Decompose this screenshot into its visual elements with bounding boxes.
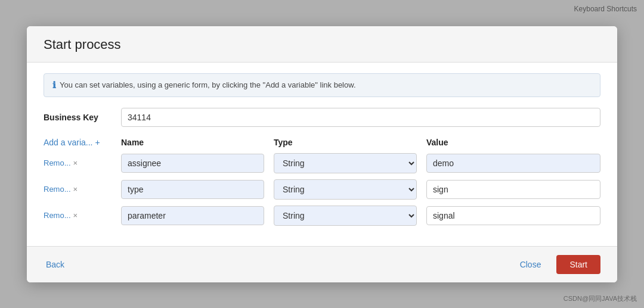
info-bar: ℹ You can set variables, using a generic… (44, 73, 600, 97)
variable-row: Remo... × String Integer Boolean Date Do… (44, 179, 600, 200)
dialog-header: Start process (27, 26, 617, 63)
remove-label-0: Remo... (44, 158, 71, 167)
remove-variable-0-button[interactable]: Remo... × (44, 158, 121, 167)
variable-row: Remo... × String Integer Boolean Date Do… (44, 206, 600, 226)
back-button[interactable]: Back (44, 255, 67, 274)
remove-label-1: Remo... (44, 185, 71, 194)
business-key-label: Business Key (44, 113, 121, 122)
variable-name-1-input[interactable] (121, 180, 264, 199)
variable-type-0-select[interactable]: String Integer Boolean Date Double Long … (274, 153, 417, 173)
dialog-footer: Back Close Start (27, 246, 617, 282)
variable-fields-1: String Integer Boolean Date Double Long … (121, 179, 600, 200)
col-type-header: Type (274, 138, 417, 147)
variable-name-0-input[interactable] (121, 154, 264, 173)
dialog-body: ℹ You can set variables, using a generic… (27, 63, 617, 246)
dialog-title: Start process (44, 37, 600, 52)
add-variable-link[interactable]: Add a varia... + (44, 138, 121, 147)
business-key-input[interactable] (121, 108, 600, 127)
remove-x-0: × (73, 158, 78, 167)
variable-type-1-select[interactable]: String Integer Boolean Date Double Long … (274, 179, 417, 200)
close-button[interactable]: Close (510, 255, 551, 274)
variable-type-2-select[interactable]: String Integer Boolean Date Double Long … (274, 206, 417, 226)
variable-value-2-input[interactable] (426, 206, 600, 225)
footer-left: Back (44, 255, 67, 274)
remove-variable-1-button[interactable]: Remo... × (44, 185, 121, 194)
remove-label-2: Remo... (44, 211, 71, 220)
variable-value-0-input[interactable] (426, 154, 600, 173)
col-value-header: Value (426, 138, 600, 147)
remove-variable-2-button[interactable]: Remo... × (44, 211, 121, 220)
keyboard-shortcuts-label: Keyboard Shortcuts (574, 5, 637, 13)
business-key-row: Business Key (44, 108, 600, 127)
variable-value-1-input[interactable] (426, 180, 600, 199)
variable-name-2-input[interactable] (121, 206, 264, 225)
remove-x-1: × (73, 185, 78, 194)
footer-right: Close Start (510, 255, 600, 274)
col-name-header: Name (121, 138, 264, 147)
watermark-label: CSDN@同同JAVA技术栈 (564, 294, 637, 303)
variables-header-row: Add a varia... + Name Type Value (44, 138, 600, 147)
start-process-dialog: Start process ℹ You can set variables, u… (27, 26, 617, 282)
info-icon: ℹ (52, 80, 56, 91)
variable-fields-2: String Integer Boolean Date Double Long … (121, 206, 600, 226)
column-headers: Name Type Value (121, 138, 600, 147)
start-button[interactable]: Start (556, 255, 600, 274)
variable-row: Remo... × String Integer Boolean Date Do… (44, 153, 600, 173)
variable-fields-0: String Integer Boolean Date Double Long … (121, 153, 600, 173)
remove-x-2: × (73, 211, 78, 220)
info-message: You can set variables, using a generic f… (60, 80, 356, 89)
